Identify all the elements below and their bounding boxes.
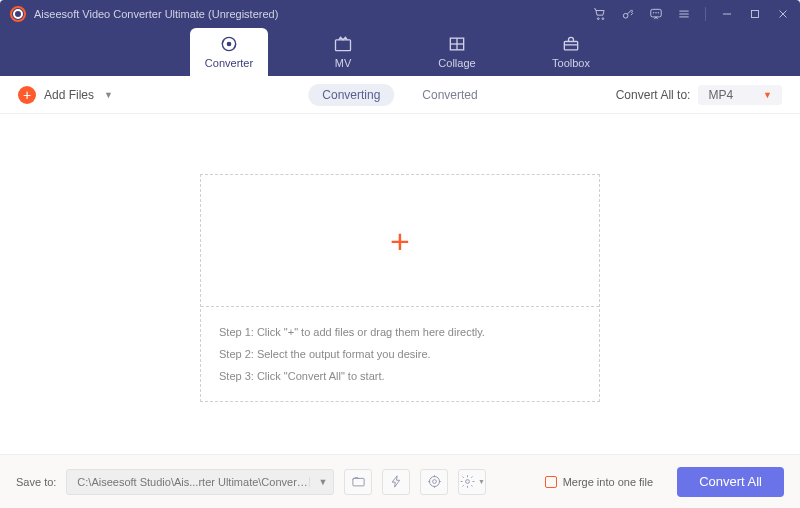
close-button[interactable] xyxy=(776,7,790,21)
convert-all-to-label: Convert All to: xyxy=(616,88,691,102)
tab-converting[interactable]: Converting xyxy=(308,84,394,106)
svg-rect-22 xyxy=(353,478,364,486)
titlebar-controls xyxy=(593,7,790,21)
svg-point-24 xyxy=(432,480,436,484)
plus-icon: + xyxy=(390,224,410,258)
save-to-path: C:\Aiseesoft Studio\Ais...rter Ultimate\… xyxy=(77,476,309,488)
tab-converter[interactable]: Converter xyxy=(190,28,268,76)
header: Aiseesoft Video Converter Ultimate (Unre… xyxy=(0,0,800,76)
svg-point-1 xyxy=(602,18,604,20)
key-icon[interactable] xyxy=(621,7,635,21)
step-text: Step 3: Click "Convert All" to start. xyxy=(219,365,581,387)
task-schedule-button[interactable] xyxy=(420,469,448,495)
dropzone-add-area[interactable]: + xyxy=(201,175,599,307)
window-title: Aiseesoft Video Converter Ultimate (Unre… xyxy=(34,8,278,20)
svg-point-15 xyxy=(227,42,230,45)
collage-icon xyxy=(447,35,467,53)
converter-icon xyxy=(219,35,239,53)
add-files-label: Add Files xyxy=(44,88,94,102)
convert-all-button[interactable]: Convert All xyxy=(677,467,784,497)
app-logo-icon xyxy=(10,6,26,22)
add-files-button[interactable]: + Add Files ▼ xyxy=(18,86,113,104)
minimize-button[interactable] xyxy=(720,7,734,21)
maximize-button[interactable] xyxy=(748,7,762,21)
mv-icon xyxy=(333,35,353,53)
tab-label: MV xyxy=(335,57,352,69)
svg-rect-11 xyxy=(752,11,759,18)
nav-tabs: Converter MV Collage Toolbox xyxy=(0,28,800,76)
tab-label: Converter xyxy=(205,57,253,69)
chevron-down-icon: ▼ xyxy=(763,90,772,100)
merge-checkbox[interactable]: Merge into one file xyxy=(545,476,654,488)
chevron-down-icon: ▼ xyxy=(104,90,113,100)
svg-point-0 xyxy=(597,18,599,20)
cart-icon[interactable] xyxy=(593,7,607,21)
feedback-icon[interactable] xyxy=(649,7,663,21)
step-text: Step 1: Click "+" to add files or drag t… xyxy=(219,321,581,343)
format-value: MP4 xyxy=(708,88,733,102)
main-area: + Step 1: Click "+" to add files or drag… xyxy=(0,114,800,454)
dropzone: + Step 1: Click "+" to add files or drag… xyxy=(200,174,600,402)
tab-label: Collage xyxy=(438,57,475,69)
chevron-down-icon: ▼ xyxy=(309,477,327,487)
svg-point-23 xyxy=(429,477,439,487)
checkbox-icon xyxy=(545,476,557,488)
app-window: Aiseesoft Video Converter Ultimate (Unre… xyxy=(0,0,800,508)
dropzone-steps: Step 1: Click "+" to add files or drag t… xyxy=(201,307,599,401)
save-to-path-field[interactable]: C:\Aiseesoft Studio\Ais...rter Ultimate\… xyxy=(66,469,334,495)
hardware-accel-button[interactable] xyxy=(382,469,410,495)
step-text: Step 2: Select the output format you des… xyxy=(219,343,581,365)
save-to-label: Save to: xyxy=(16,476,56,488)
svg-point-5 xyxy=(656,13,657,14)
titlebar: Aiseesoft Video Converter Ultimate (Unre… xyxy=(0,0,800,28)
merge-label: Merge into one file xyxy=(563,476,654,488)
format-select[interactable]: MP4 ▼ xyxy=(698,85,782,105)
footer: Save to: C:\Aiseesoft Studio\Ais...rter … xyxy=(0,454,800,508)
settings-button[interactable]: ▼ xyxy=(458,469,486,495)
open-folder-button[interactable] xyxy=(344,469,372,495)
tab-mv[interactable]: MV xyxy=(304,28,382,76)
svg-point-2 xyxy=(623,13,628,18)
svg-point-6 xyxy=(658,13,659,14)
tab-converted[interactable]: Converted xyxy=(408,84,491,106)
svg-point-29 xyxy=(466,480,470,484)
toolbar: + Add Files ▼ Converting Converted Conve… xyxy=(0,76,800,114)
svg-rect-20 xyxy=(564,42,577,50)
tab-label: Toolbox xyxy=(552,57,590,69)
toolbox-icon xyxy=(561,35,581,53)
tab-collage[interactable]: Collage xyxy=(418,28,496,76)
svg-point-4 xyxy=(653,13,654,14)
plus-icon: + xyxy=(18,86,36,104)
status-tabs: Converting Converted xyxy=(308,84,491,106)
menu-icon[interactable] xyxy=(677,7,691,21)
tab-toolbox[interactable]: Toolbox xyxy=(532,28,610,76)
svg-rect-16 xyxy=(336,40,351,51)
